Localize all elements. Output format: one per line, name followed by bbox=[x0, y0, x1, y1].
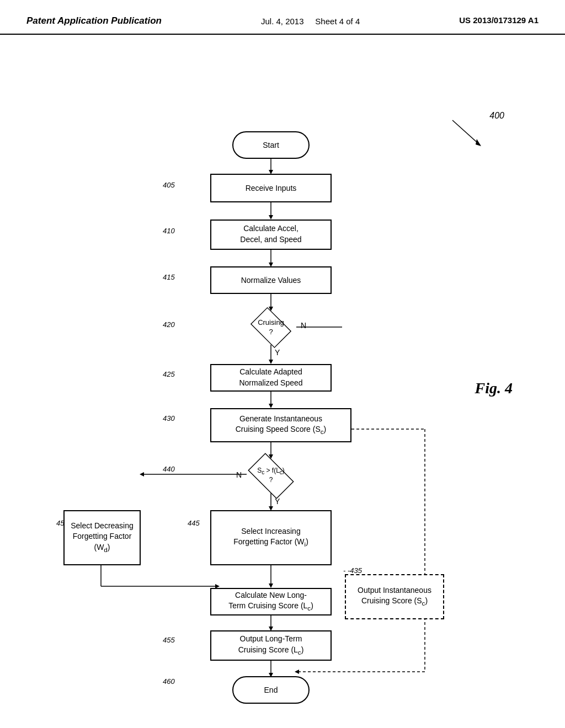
cruising-label: Cruising? bbox=[258, 318, 284, 337]
start-oval: Start bbox=[232, 131, 310, 159]
flowchart-area: 400 Start 405 Receive Inputs 410 Calcula… bbox=[0, 35, 565, 708]
generate-instantaneous-box: Generate InstantaneousCruising Speed Sco… bbox=[210, 408, 351, 442]
svg-marker-20 bbox=[140, 472, 144, 477]
step-405-label: 405 bbox=[163, 181, 175, 189]
sc-y-label: Y bbox=[275, 497, 280, 506]
step-445-label: 445 bbox=[188, 519, 200, 527]
page-header: Patent Application Publication Jul. 4, 2… bbox=[0, 0, 565, 35]
svg-marker-27 bbox=[269, 584, 273, 588]
svg-line-36 bbox=[452, 120, 480, 145]
ref-400: 400 bbox=[489, 111, 504, 121]
date-label: Jul. 4, 2013 bbox=[261, 17, 304, 26]
patent-number: US 2013/0173129 A1 bbox=[459, 15, 539, 25]
sc-label: Sc > f(Lc)? bbox=[257, 467, 285, 485]
step-420-label: 420 bbox=[163, 320, 175, 329]
select-increasing-box: Select IncreasingForgetting Factor (Wi) bbox=[210, 510, 332, 565]
publication-label: Patent Application Publication bbox=[26, 15, 162, 26]
cruising-n-label: N bbox=[301, 321, 306, 330]
end-label: End bbox=[264, 686, 278, 694]
output-instantaneous-box: Output InstantaneousCruising Score (Sc) bbox=[345, 574, 444, 619]
cruising-y-label: Y bbox=[275, 348, 280, 357]
svg-marker-35 bbox=[295, 670, 299, 674]
normalize-values-box: Normalize Values bbox=[210, 266, 332, 294]
step-415-label: 415 bbox=[163, 273, 175, 281]
calculate-new-box: Calculate New Long-Term Cruising Score (… bbox=[210, 588, 332, 615]
step-410-label: 410 bbox=[163, 227, 175, 235]
cruising-diamond: Cruising? bbox=[247, 311, 295, 345]
svg-marker-3 bbox=[269, 215, 273, 220]
step-440-label: 440 bbox=[163, 465, 175, 473]
receive-inputs-box: Receive Inputs bbox=[210, 174, 332, 202]
calculate-adapted-box: Calculate AdaptedNormalized Speed bbox=[210, 364, 332, 392]
end-oval: End bbox=[232, 676, 310, 704]
sc-diamond: Sc > f(Lc)? bbox=[243, 459, 299, 493]
select-decreasing-box: Select DecreasingForgetting Factor(Wd) bbox=[63, 510, 141, 565]
calculate-accel-box: Calculate Accel,Decel, and Speed bbox=[210, 220, 332, 250]
svg-marker-37 bbox=[476, 139, 481, 146]
svg-marker-12 bbox=[269, 404, 273, 408]
step-460-label: 460 bbox=[163, 677, 175, 686]
fig-label: Fig. 4 bbox=[475, 379, 513, 397]
date-sheet-info: Jul. 4, 2013 Sheet 4 of 4 bbox=[261, 15, 360, 28]
sheet-label: Sheet 4 of 4 bbox=[315, 17, 360, 26]
step-435-label: - -435 bbox=[343, 566, 362, 575]
step-425-label: 425 bbox=[163, 370, 175, 378]
step-430-label: 430 bbox=[163, 414, 175, 422]
sc-n-label: N bbox=[236, 470, 242, 479]
output-longterm-box: Output Long-TermCruising Score (Lc) bbox=[210, 630, 332, 661]
svg-marker-10 bbox=[269, 360, 273, 364]
step-455-label: 455 bbox=[163, 636, 175, 644]
start-label: Start bbox=[263, 141, 279, 149]
